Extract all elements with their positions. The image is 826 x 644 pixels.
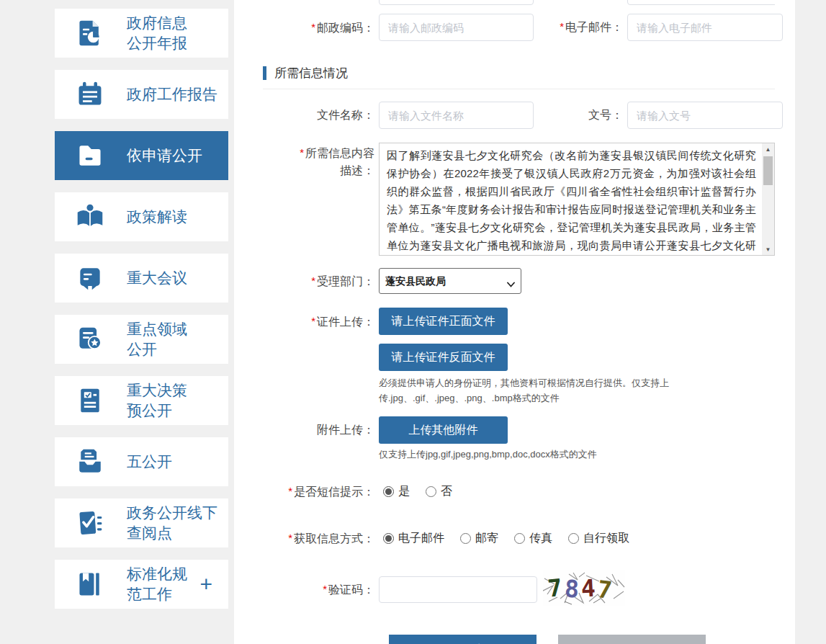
sidebar-item-work-report[interactable]: 政府工作报告 (55, 70, 228, 119)
main-panel: 邮政编码： 电子邮件： 所需信息情况 文件名称： 文号： 所需信息内容 描述： … (234, 0, 795, 644)
sms-option-yes[interactable]: 是 (383, 484, 410, 499)
section-header: 所需信息情况 (263, 65, 775, 81)
postal-code-label: 邮政编码： (263, 19, 374, 37)
captcha-input[interactable] (379, 576, 537, 603)
captcha-digit: 4 (580, 573, 596, 602)
sms-yes-radio[interactable] (383, 486, 394, 497)
obtain-email-radio[interactable] (383, 533, 394, 544)
captcha-image[interactable]: 7 8 4 7 (543, 570, 625, 609)
attachment-hint: 仅支持上传jpg,gif,jpeg,png,bmp,doc,docx格式的文件 (379, 447, 771, 462)
sidebar-item-label: 重点领域 公开 (127, 319, 187, 359)
sidebar-item-five-disclosure[interactable]: 五公开 (55, 437, 228, 486)
obtain-option-fax[interactable]: 传真 (514, 531, 552, 546)
attachment-label: 附件上传： (263, 421, 374, 439)
sidebar: 政府信息 公开年报 政府工作报告 依申请公开 政策解读 重大会议 重点领域 公开 (55, 9, 228, 621)
captcha-label: 验证码： (263, 581, 374, 599)
doc-number-label: 文号： (534, 108, 623, 123)
sms-option-no[interactable]: 否 (426, 484, 452, 499)
clipped-input-2[interactable] (627, 0, 775, 5)
scroll-up-icon[interactable]: ▲ (762, 143, 774, 155)
upload-id-front-button[interactable]: 请上传证件正面文件 (379, 308, 508, 335)
id-upload-label: 证件上传： (263, 313, 374, 331)
id-upload-hint: 必须提供申请人的身份证明，其他资料可根据情况自行提供。仅支持上传.jpg、.gi… (379, 375, 771, 406)
sidebar-item-offline-reading[interactable]: 政务公开线下 查阅点 (55, 498, 228, 547)
scrollbar-thumb[interactable] (763, 156, 773, 185)
clipped-row (263, 0, 775, 6)
sidebar-item-label: 政务公开线下 查阅点 (127, 503, 217, 543)
submit-button[interactable]: 提交 (389, 635, 537, 644)
file-name-label: 文件名称： (263, 107, 374, 124)
folder-icon (75, 140, 105, 171)
textarea-scrollbar[interactable]: ▲ ▼ (762, 143, 774, 255)
file-name-input[interactable] (379, 102, 534, 129)
sidebar-item-major-decision[interactable]: 重大决策 预公开 (55, 376, 228, 425)
doc-number-input[interactable] (627, 102, 783, 129)
major-meeting-icon (75, 263, 105, 293)
upload-attachment-button[interactable]: 上传其他附件 (379, 416, 508, 444)
sidebar-item-label: 政府信息 公开年报 (127, 13, 187, 53)
sidebar-item-label: 依申请公开 (127, 146, 202, 166)
description-textarea[interactable]: 因了解到蓬安县七夕文化研究会（改名前为蓬安县银汉镇民间传统文化研究保护协会）在2… (379, 143, 775, 256)
annual-report-icon (75, 18, 105, 48)
obtain-option-email[interactable]: 电子邮件 (383, 531, 444, 546)
standardization-icon (75, 569, 105, 599)
obtain-method-label: 获取信息方式： (263, 529, 374, 547)
sidebar-item-label: 标准化规 范工作 (127, 564, 187, 604)
policy-reading-icon (75, 202, 105, 232)
description-text: 因了解到蓬安县七夕文化研究会（改名前为蓬安县银汉镇民间传统文化研究保护协会）在2… (380, 143, 762, 255)
department-select[interactable]: 蓬安县民政局 (379, 268, 521, 294)
sidebar-item-standardization[interactable]: 标准化规 范工作 + (55, 560, 228, 609)
section-accent-bar (263, 66, 266, 80)
sidebar-item-label: 政府工作报告 (127, 84, 217, 104)
postal-code-input[interactable] (379, 14, 534, 41)
offline-reading-icon (75, 508, 105, 538)
sms-no-radio[interactable] (426, 486, 436, 497)
department-label: 受理部门： (263, 272, 374, 290)
five-disclosure-icon (75, 447, 105, 477)
email-label: 电子邮件： (534, 20, 623, 35)
captcha-digit: 7 (547, 573, 564, 603)
captcha-digit: 8 (564, 575, 580, 604)
email-input[interactable] (627, 14, 783, 41)
sidebar-item-label: 重大决策 预公开 (127, 380, 187, 421)
obtain-mail-radio[interactable] (460, 533, 471, 544)
sidebar-item-policy-reading[interactable]: 政策解读 (55, 192, 228, 241)
sidebar-item-label: 重大会议 (127, 268, 187, 288)
clipped-input-1[interactable] (379, 0, 534, 5)
expand-plus-icon[interactable]: + (199, 573, 212, 595)
description-label: 所需信息内容 描述： (263, 143, 374, 179)
sidebar-item-major-meeting[interactable]: 重大会议 (55, 254, 228, 303)
obtain-option-self-pickup[interactable]: 自行领取 (568, 531, 629, 546)
obtain-self-pickup-radio[interactable] (568, 533, 579, 544)
key-areas-icon (75, 324, 105, 354)
obtain-fax-radio[interactable] (514, 533, 525, 544)
section-title: 所需信息情况 (274, 65, 348, 81)
sidebar-item-apply-disclosure[interactable]: 依申请公开 (55, 131, 228, 180)
sidebar-item-label: 政策解读 (127, 207, 187, 227)
work-report-icon (75, 79, 105, 109)
reset-button[interactable]: 重置 (558, 635, 706, 644)
scroll-down-icon[interactable]: ▼ (762, 243, 774, 255)
sidebar-item-key-areas[interactable]: 重点领域 公开 (55, 315, 228, 364)
sidebar-item-label: 五公开 (127, 452, 172, 472)
sms-label: 是否短信提示： (263, 483, 374, 501)
major-decision-icon (75, 385, 105, 416)
obtain-option-mail[interactable]: 邮寄 (460, 531, 498, 546)
section-divider (263, 89, 775, 89)
upload-id-back-button[interactable]: 请上传证件反面文件 (379, 344, 508, 371)
sidebar-item-annual-report[interactable]: 政府信息 公开年报 (55, 9, 228, 58)
